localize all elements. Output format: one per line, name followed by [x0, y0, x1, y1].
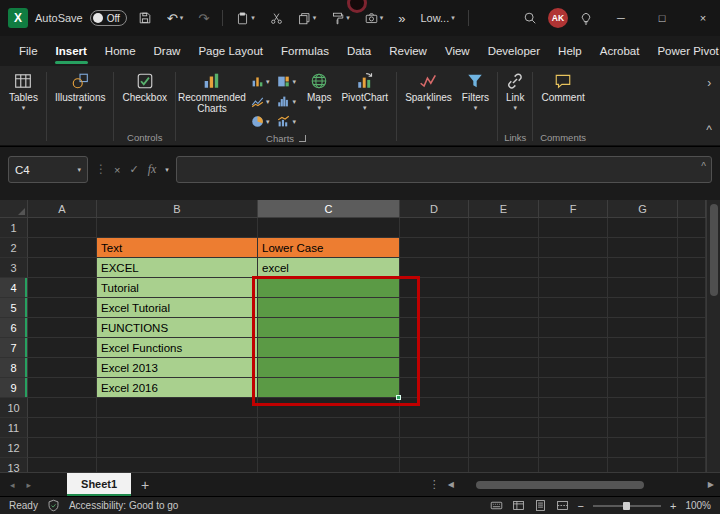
- column-header-F[interactable]: F: [539, 200, 608, 218]
- row-header-7[interactable]: 7: [0, 338, 28, 358]
- row-header-1[interactable]: 1: [0, 218, 28, 238]
- cell-A4[interactable]: [28, 278, 97, 298]
- maps-button[interactable]: Maps ▾: [302, 68, 336, 113]
- cell-D4[interactable]: [400, 278, 469, 298]
- cell-D13[interactable]: [400, 458, 469, 472]
- cell-E9[interactable]: [469, 378, 539, 398]
- line-chart-button[interactable]: ▾: [249, 92, 272, 111]
- pie-chart-button[interactable]: ▾: [249, 112, 272, 131]
- cell-F2[interactable]: [539, 238, 608, 258]
- zoom-slider[interactable]: [593, 505, 661, 507]
- cell-G6[interactable]: [608, 318, 678, 338]
- formula-bar-expand-icon[interactable]: ^: [701, 161, 706, 172]
- cell-C5[interactable]: [258, 298, 400, 318]
- tab-developer[interactable]: Developer: [479, 36, 549, 66]
- cell-E6[interactable]: [469, 318, 539, 338]
- lightbulb-button[interactable]: [575, 8, 597, 28]
- cell-B6[interactable]: FUNCTIONS: [97, 318, 258, 338]
- cell-F6[interactable]: [539, 318, 608, 338]
- cell-F9[interactable]: [539, 378, 608, 398]
- charts-dialog-launcher-icon[interactable]: [299, 135, 306, 142]
- tab-draw[interactable]: Draw: [145, 36, 190, 66]
- cell-E5[interactable]: [469, 298, 539, 318]
- cell-A13[interactable]: [28, 458, 97, 472]
- cell-G13[interactable]: [608, 458, 678, 472]
- cell-D2[interactable]: [400, 238, 469, 258]
- cell-D11[interactable]: [400, 418, 469, 438]
- cell-F1[interactable]: [539, 218, 608, 238]
- minimize-button[interactable]: ─: [604, 0, 638, 36]
- illustrations-button[interactable]: Illustrations ▾: [50, 68, 111, 113]
- cell-F7[interactable]: [539, 338, 608, 358]
- cell-G8[interactable]: [608, 358, 678, 378]
- comment-button[interactable]: Comment: [536, 68, 589, 105]
- cell-C11[interactable]: [258, 418, 400, 438]
- filters-button[interactable]: Filters ▾: [457, 68, 494, 113]
- cell-E8[interactable]: [469, 358, 539, 378]
- column-header-C[interactable]: C: [258, 200, 400, 218]
- paste-button[interactable]: ▾: [232, 9, 259, 28]
- column-header-E[interactable]: E: [469, 200, 539, 218]
- column-chart-button[interactable]: ▾: [249, 72, 272, 91]
- cell-B9[interactable]: Excel 2016: [97, 378, 258, 398]
- cell-G5[interactable]: [608, 298, 678, 318]
- autosave-toggle[interactable]: Off: [90, 10, 127, 26]
- cell-G9[interactable]: [608, 378, 678, 398]
- zoom-slider-thumb[interactable]: [623, 502, 630, 510]
- zoom-level[interactable]: 100%: [685, 500, 711, 511]
- cell-E4[interactable]: [469, 278, 539, 298]
- redo-button[interactable]: ↷: [194, 9, 213, 28]
- horizontal-scrollbar[interactable]: [462, 473, 700, 496]
- vertical-scrollbar[interactable]: [706, 200, 720, 472]
- more-commands-button[interactable]: »: [394, 9, 409, 28]
- cell-A7[interactable]: [28, 338, 97, 358]
- cell-A2[interactable]: [28, 238, 97, 258]
- cell-D7[interactable]: [400, 338, 469, 358]
- cell-B8[interactable]: Excel 2013: [97, 358, 258, 378]
- cell-A5[interactable]: [28, 298, 97, 318]
- hscroll-right-button[interactable]: ▶: [708, 480, 714, 489]
- cell-E11[interactable]: [469, 418, 539, 438]
- cell-G1[interactable]: [608, 218, 678, 238]
- tab-home[interactable]: Home: [96, 36, 145, 66]
- tab-view[interactable]: View: [436, 36, 479, 66]
- cell-C9[interactable]: [258, 378, 400, 398]
- pivotchart-button[interactable]: PivotChart ▾: [336, 68, 393, 113]
- camera-button[interactable]: ▾: [361, 9, 388, 28]
- zoom-in-button[interactable]: +: [670, 500, 676, 512]
- cell-F12[interactable]: [539, 438, 608, 458]
- cell-E12[interactable]: [469, 438, 539, 458]
- search-button[interactable]: [519, 8, 541, 28]
- row-header-8[interactable]: 8: [0, 358, 28, 378]
- hscroll-left-button[interactable]: ◀: [448, 480, 454, 489]
- formula-bar-grip-icon[interactable]: ⋮: [95, 156, 107, 183]
- maximize-button[interactable]: □: [645, 0, 679, 36]
- cell-C1[interactable]: [258, 218, 400, 238]
- cell-F13[interactable]: [539, 458, 608, 472]
- cell-G11[interactable]: [608, 418, 678, 438]
- page-layout-view-button[interactable]: [534, 499, 547, 512]
- cell-D8[interactable]: [400, 358, 469, 378]
- row-header-2[interactable]: 2: [0, 238, 28, 258]
- cell-D3[interactable]: [400, 258, 469, 278]
- save-button[interactable]: [134, 8, 156, 28]
- cell-E2[interactable]: [469, 238, 539, 258]
- cell-A3[interactable]: [28, 258, 97, 278]
- cell-F3[interactable]: [539, 258, 608, 278]
- zoom-out-button[interactable]: −: [578, 500, 584, 512]
- cell-E10[interactable]: [469, 398, 539, 418]
- tables-button[interactable]: Tables ▾: [4, 68, 43, 113]
- row-header-5[interactable]: 5: [0, 298, 28, 318]
- horizontal-scrollbar-thumb[interactable]: [476, 481, 644, 489]
- cell-B12[interactable]: [97, 438, 258, 458]
- cell-D6[interactable]: [400, 318, 469, 338]
- cell-F5[interactable]: [539, 298, 608, 318]
- cell-D10[interactable]: [400, 398, 469, 418]
- cell-A8[interactable]: [28, 358, 97, 378]
- column-header-A[interactable]: A: [28, 200, 97, 218]
- normal-view-button[interactable]: [512, 499, 525, 512]
- cancel-button[interactable]: ×: [114, 164, 120, 176]
- tab-review[interactable]: Review: [380, 36, 436, 66]
- vertical-scrollbar-thumb[interactable]: [710, 204, 718, 296]
- tab-acrobat[interactable]: Acrobat: [591, 36, 649, 66]
